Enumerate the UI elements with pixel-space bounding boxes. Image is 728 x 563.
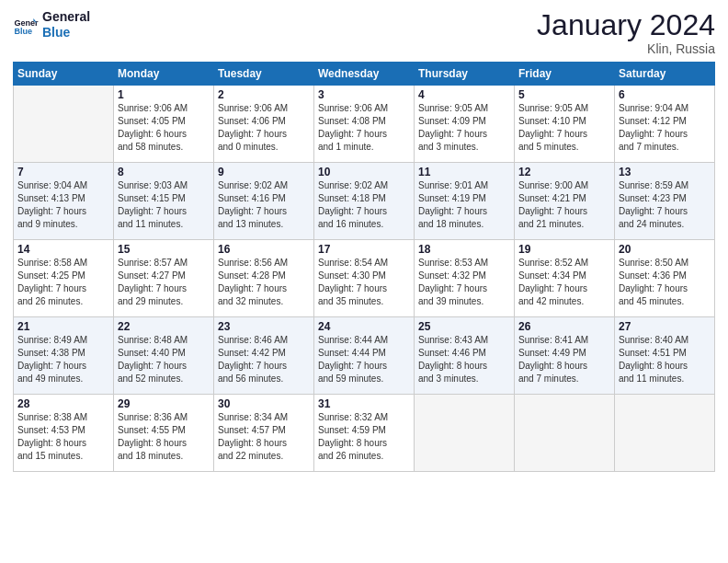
table-row: 14Sunrise: 8:58 AMSunset: 4:25 PMDayligh… — [14, 240, 114, 317]
day-detail: Sunrise: 8:40 AMSunset: 4:51 PMDaylight:… — [619, 334, 711, 385]
calendar-table: SundayMondayTuesdayWednesdayThursdayFrid… — [13, 62, 715, 472]
day-detail: Sunrise: 8:49 AMSunset: 4:38 PMDaylight:… — [17, 334, 109, 385]
table-row: 5Sunrise: 9:05 AMSunset: 4:10 PMDaylight… — [515, 86, 615, 163]
day-detail: Sunrise: 9:02 AMSunset: 4:16 PMDaylight:… — [218, 179, 310, 231]
day-detail: Sunrise: 8:59 AMSunset: 4:23 PMDaylight:… — [619, 179, 711, 231]
title-block: January 2024 Klin, Russia — [537, 9, 715, 56]
day-detail: Sunrise: 9:05 AMSunset: 4:09 PMDaylight:… — [418, 102, 510, 154]
day-detail: Sunrise: 9:06 AMSunset: 4:08 PMDaylight:… — [318, 102, 410, 154]
day-number: 29 — [118, 397, 210, 410]
day-number: 3 — [318, 88, 410, 101]
table-row: 18Sunrise: 8:53 AMSunset: 4:32 PMDayligh… — [415, 240, 515, 317]
day-header: Wednesday — [314, 63, 415, 86]
table-row: 19Sunrise: 8:52 AMSunset: 4:34 PMDayligh… — [515, 240, 615, 317]
table-row: 29Sunrise: 8:36 AMSunset: 4:55 PMDayligh… — [114, 395, 214, 472]
table-row: 16Sunrise: 8:56 AMSunset: 4:28 PMDayligh… — [214, 240, 314, 317]
logo: General Blue General Blue — [13, 9, 90, 40]
day-number: 15 — [118, 243, 210, 256]
day-detail: Sunrise: 8:54 AMSunset: 4:30 PMDaylight:… — [318, 257, 410, 308]
day-number: 16 — [218, 243, 310, 256]
day-detail: Sunrise: 9:06 AMSunset: 4:06 PMDaylight:… — [218, 102, 310, 154]
day-number: 8 — [118, 166, 210, 178]
day-number: 4 — [418, 88, 510, 101]
day-number: 21 — [17, 320, 109, 333]
calendar-week-row: 1Sunrise: 9:06 AMSunset: 4:05 PMDaylight… — [14, 86, 715, 163]
day-number: 10 — [318, 166, 410, 178]
day-detail: Sunrise: 8:52 AMSunset: 4:34 PMDaylight:… — [518, 257, 610, 308]
logo-icon: General Blue — [13, 12, 39, 38]
day-detail: Sunrise: 9:02 AMSunset: 4:18 PMDaylight:… — [318, 179, 410, 231]
table-row: 28Sunrise: 8:38 AMSunset: 4:53 PMDayligh… — [14, 395, 114, 472]
day-detail: Sunrise: 8:53 AMSunset: 4:32 PMDaylight:… — [418, 257, 510, 308]
day-detail: Sunrise: 9:03 AMSunset: 4:15 PMDaylight:… — [118, 179, 210, 231]
day-detail: Sunrise: 9:01 AMSunset: 4:19 PMDaylight:… — [418, 179, 510, 231]
day-number: 27 — [619, 320, 711, 333]
day-number: 12 — [518, 166, 610, 178]
table-row: 27Sunrise: 8:40 AMSunset: 4:51 PMDayligh… — [615, 317, 715, 395]
day-number: 6 — [619, 88, 711, 101]
day-number: 18 — [418, 243, 510, 256]
day-number: 26 — [518, 320, 610, 333]
day-number: 7 — [17, 166, 109, 178]
table-row: 12Sunrise: 9:00 AMSunset: 4:21 PMDayligh… — [515, 163, 615, 240]
table-row: 24Sunrise: 8:44 AMSunset: 4:44 PMDayligh… — [314, 317, 415, 395]
day-detail: Sunrise: 9:04 AMSunset: 4:13 PMDaylight:… — [17, 179, 109, 231]
day-number: 20 — [619, 243, 711, 256]
day-header: Thursday — [415, 63, 515, 86]
table-row: 8Sunrise: 9:03 AMSunset: 4:15 PMDaylight… — [114, 163, 214, 240]
table-row: 23Sunrise: 8:46 AMSunset: 4:42 PMDayligh… — [214, 317, 314, 395]
logo-general: General — [42, 9, 90, 25]
day-number: 25 — [418, 320, 510, 333]
table-row — [14, 86, 114, 163]
day-number: 22 — [118, 320, 210, 333]
calendar-week-row: 21Sunrise: 8:49 AMSunset: 4:38 PMDayligh… — [14, 317, 715, 395]
table-row: 17Sunrise: 8:54 AMSunset: 4:30 PMDayligh… — [314, 240, 415, 317]
day-number: 19 — [518, 243, 610, 256]
day-detail: Sunrise: 8:41 AMSunset: 4:49 PMDaylight:… — [518, 334, 610, 385]
day-detail: Sunrise: 8:48 AMSunset: 4:40 PMDaylight:… — [118, 334, 210, 385]
table-row: 1Sunrise: 9:06 AMSunset: 4:05 PMDaylight… — [114, 86, 214, 163]
table-row: 25Sunrise: 8:43 AMSunset: 4:46 PMDayligh… — [415, 317, 515, 395]
day-detail: Sunrise: 8:36 AMSunset: 4:55 PMDaylight:… — [118, 411, 210, 463]
day-number: 11 — [418, 166, 510, 178]
table-row: 6Sunrise: 9:04 AMSunset: 4:12 PMDaylight… — [615, 86, 715, 163]
day-detail: Sunrise: 8:43 AMSunset: 4:46 PMDaylight:… — [418, 334, 510, 385]
day-number: 23 — [218, 320, 310, 333]
table-row: 7Sunrise: 9:04 AMSunset: 4:13 PMDaylight… — [14, 163, 114, 240]
day-detail: Sunrise: 8:38 AMSunset: 4:53 PMDaylight:… — [17, 411, 109, 463]
table-row: 10Sunrise: 9:02 AMSunset: 4:18 PMDayligh… — [314, 163, 415, 240]
day-number: 5 — [518, 88, 610, 101]
table-row: 13Sunrise: 8:59 AMSunset: 4:23 PMDayligh… — [615, 163, 715, 240]
table-row: 11Sunrise: 9:01 AMSunset: 4:19 PMDayligh… — [415, 163, 515, 240]
day-detail: Sunrise: 8:58 AMSunset: 4:25 PMDaylight:… — [17, 257, 109, 308]
table-row — [615, 395, 715, 472]
location: Klin, Russia — [537, 41, 715, 56]
calendar-week-row: 28Sunrise: 8:38 AMSunset: 4:53 PMDayligh… — [14, 395, 715, 472]
table-row: 21Sunrise: 8:49 AMSunset: 4:38 PMDayligh… — [14, 317, 114, 395]
day-number: 28 — [17, 397, 109, 410]
day-number: 2 — [218, 88, 310, 101]
table-row: 26Sunrise: 8:41 AMSunset: 4:49 PMDayligh… — [515, 317, 615, 395]
day-detail: Sunrise: 8:34 AMSunset: 4:57 PMDaylight:… — [218, 411, 310, 463]
day-number: 31 — [318, 397, 410, 410]
table-row: 30Sunrise: 8:34 AMSunset: 4:57 PMDayligh… — [214, 395, 314, 472]
table-row — [415, 395, 515, 472]
table-row — [515, 395, 615, 472]
day-number: 13 — [619, 166, 711, 178]
header: General Blue General Blue January 2024 K… — [13, 9, 715, 56]
day-number: 30 — [218, 397, 310, 410]
day-header: Sunday — [14, 63, 114, 86]
svg-text:Blue: Blue — [14, 27, 32, 36]
day-number: 17 — [318, 243, 410, 256]
calendar-week-row: 14Sunrise: 8:58 AMSunset: 4:25 PMDayligh… — [14, 240, 715, 317]
logo-blue: Blue — [42, 25, 90, 40]
calendar-header-row: SundayMondayTuesdayWednesdayThursdayFrid… — [14, 63, 715, 86]
day-number: 24 — [318, 320, 410, 333]
page: General Blue General Blue January 2024 K… — [0, 0, 728, 563]
table-row: 4Sunrise: 9:05 AMSunset: 4:09 PMDaylight… — [415, 86, 515, 163]
calendar-week-row: 7Sunrise: 9:04 AMSunset: 4:13 PMDaylight… — [14, 163, 715, 240]
day-number: 9 — [218, 166, 310, 178]
table-row: 3Sunrise: 9:06 AMSunset: 4:08 PMDaylight… — [314, 86, 415, 163]
table-row: 31Sunrise: 8:32 AMSunset: 4:59 PMDayligh… — [314, 395, 415, 472]
day-header: Friday — [515, 63, 615, 86]
